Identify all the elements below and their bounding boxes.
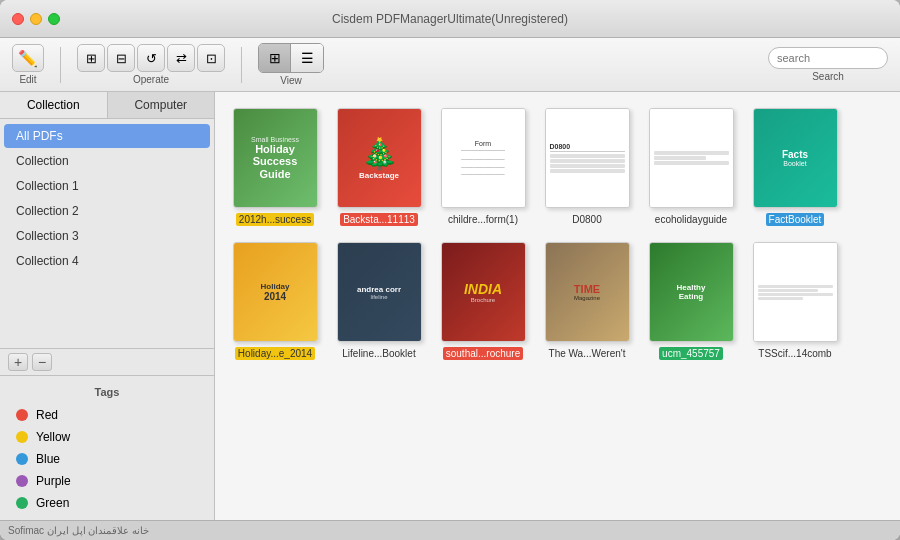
pdf-thumbnail: Healthy Eating [649, 242, 734, 342]
tag-item-red[interactable]: Red [0, 404, 214, 426]
list-item[interactable]: D0800 D0800 [543, 108, 631, 226]
pdf-label: 2012h...success [236, 213, 314, 226]
app-window: Cisdem PDFManagerUltimate(Unregistered) … [0, 0, 900, 540]
pdf-label: Holiday...e_2014 [235, 347, 315, 360]
window-title: Cisdem PDFManagerUltimate(Unregistered) [332, 12, 568, 26]
list-item[interactable]: andrea corr lifeline Lifeline...Booklet [335, 242, 423, 360]
list-item[interactable]: Small Business HolidaySuccessGuide 2012h… [231, 108, 319, 226]
sidebar-item-collection-4[interactable]: Collection 4 [4, 249, 210, 273]
pdf-label: Lifeline...Booklet [339, 347, 418, 360]
pdf-thumbnail: TIME Magazine [545, 242, 630, 342]
operate-tools: ⊞ ⊟ ↺ ⇄ ⊡ Operate [77, 44, 225, 85]
search-label: Search [812, 71, 844, 82]
pdf-label: Backsta...11113 [340, 213, 418, 226]
close-button[interactable] [12, 13, 24, 25]
sidebar-item-collection-3[interactable]: Collection 3 [4, 224, 210, 248]
sidebar-item-collection-1[interactable]: Collection 1 [4, 174, 210, 198]
minimize-button[interactable] [30, 13, 42, 25]
operate-icons-row: ⊞ ⊟ ↺ ⇄ ⊡ [77, 44, 225, 72]
main-content: Collection Computer All PDFs Collection … [0, 92, 900, 520]
tab-collection[interactable]: Collection [0, 92, 108, 118]
pdf-label: The Wa...Weren't [546, 347, 629, 360]
extract-icon[interactable]: ⊡ [197, 44, 225, 72]
sidebar: Collection Computer All PDFs Collection … [0, 92, 215, 520]
list-view-button[interactable]: ☰ [291, 44, 323, 72]
view-label: View [280, 75, 302, 86]
search-input[interactable] [768, 47, 888, 69]
view-tools: ⊞ ☰ View [258, 43, 324, 86]
separator-2 [241, 47, 242, 83]
pdf-label: TSScif...14comb [755, 347, 834, 360]
pdf-area: Small Business HolidaySuccessGuide 2012h… [215, 92, 900, 520]
split-icon[interactable]: ⊞ [77, 44, 105, 72]
pdf-thumbnail: Form _____________ _____________ _______… [441, 108, 526, 208]
sidebar-item-collection-2[interactable]: Collection 2 [4, 199, 210, 223]
list-item[interactable]: Form _____________ _____________ _______… [439, 108, 527, 226]
edit-tool: ✏️ Edit [12, 44, 44, 85]
list-item[interactable]: Facts Booklet FactBooklet [751, 108, 839, 226]
remove-collection-button[interactable]: − [32, 353, 52, 371]
pdf-thumbnail: 🎄 Backstage [337, 108, 422, 208]
pdf-label: childre...form(1) [445, 213, 521, 226]
tag-item-purple[interactable]: Purple [0, 470, 214, 492]
pdf-grid: Small Business HolidaySuccessGuide 2012h… [231, 108, 884, 360]
pdf-thumbnail: Holiday 2014 [233, 242, 318, 342]
maximize-button[interactable] [48, 13, 60, 25]
edit-label: Edit [19, 74, 36, 85]
grid-view-button[interactable]: ⊞ [259, 44, 291, 72]
rotate-icon[interactable]: ↺ [137, 44, 165, 72]
tags-header: Tags [0, 382, 214, 404]
pdf-label: FactBooklet [766, 213, 825, 226]
tag-item-yellow[interactable]: Yellow [0, 426, 214, 448]
view-toggle: ⊞ ☰ [258, 43, 324, 73]
tag-label-purple: Purple [36, 474, 71, 488]
pdf-thumbnail [649, 108, 734, 208]
convert-icon[interactable]: ⇄ [167, 44, 195, 72]
tab-computer[interactable]: Computer [108, 92, 215, 118]
merge-icon[interactable]: ⊟ [107, 44, 135, 72]
tag-label-yellow: Yellow [36, 430, 70, 444]
list-item[interactable]: TIME Magazine The Wa...Weren't [543, 242, 631, 360]
tag-dot-red [16, 409, 28, 421]
pdf-thumbnail: andrea corr lifeline [337, 242, 422, 342]
titlebar: Cisdem PDFManagerUltimate(Unregistered) [0, 0, 900, 38]
window-buttons [12, 13, 60, 25]
add-collection-button[interactable]: + [8, 353, 28, 371]
tag-item-blue[interactable]: Blue [0, 448, 214, 470]
list-item[interactable]: INDIA Brochure southal...rochure [439, 242, 527, 360]
pdf-thumbnail: D0800 [545, 108, 630, 208]
pdf-thumbnail [753, 242, 838, 342]
sidebar-item-collection[interactable]: Collection [4, 149, 210, 173]
list-item[interactable]: Holiday 2014 Holiday...e_2014 [231, 242, 319, 360]
tag-label-red: Red [36, 408, 58, 422]
pdf-label: D0800 [569, 213, 604, 226]
pdf-label: southal...rochure [443, 347, 524, 360]
operate-label: Operate [133, 74, 169, 85]
sidebar-tabs: Collection Computer [0, 92, 214, 119]
edit-icon[interactable]: ✏️ [12, 44, 44, 72]
sidebar-item-all-pdfs[interactable]: All PDFs [4, 124, 210, 148]
list-item[interactable]: 🎄 Backstage Backsta...11113 [335, 108, 423, 226]
search-box: Search [768, 47, 888, 82]
tag-dot-green [16, 497, 28, 509]
separator-1 [60, 47, 61, 83]
toolbar: ✏️ Edit ⊞ ⊟ ↺ ⇄ ⊡ Operate ⊞ ☰ View Searc… [0, 38, 900, 92]
list-item[interactable]: ecoholidayguide [647, 108, 735, 226]
list-item[interactable]: Healthy Eating ucm_455757 [647, 242, 735, 360]
tag-label-green: Green [36, 496, 69, 510]
tag-label-blue: Blue [36, 452, 60, 466]
tag-dot-blue [16, 453, 28, 465]
sidebar-footer: + − [0, 348, 214, 375]
tags-section: Tags Red Yellow Blue Purple [0, 375, 214, 520]
bottom-bar: Sofimac خانه علاقمندان اپل ایران [0, 520, 900, 540]
list-item[interactable]: TSScif...14comb [751, 242, 839, 360]
pdf-thumbnail: INDIA Brochure [441, 242, 526, 342]
bottom-bar-text: Sofimac خانه علاقمندان اپل ایران [8, 525, 149, 536]
sidebar-items: All PDFs Collection Collection 1 Collect… [0, 119, 214, 348]
tag-item-green[interactable]: Green [0, 492, 214, 514]
tag-dot-purple [16, 475, 28, 487]
tag-dot-yellow [16, 431, 28, 443]
pdf-thumbnail: Facts Booklet [753, 108, 838, 208]
pdf-label: ecoholidayguide [652, 213, 730, 226]
pdf-thumbnail: Small Business HolidaySuccessGuide [233, 108, 318, 208]
